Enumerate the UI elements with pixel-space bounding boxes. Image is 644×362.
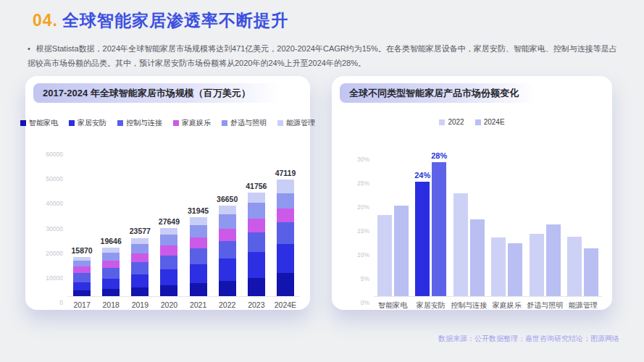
stacked-bar [73, 257, 91, 296]
intro-text: 根据Statista数据，2024年全球智能家居市场规模将达到471亿美元，20… [28, 44, 617, 67]
bar-total-label: 15870 [71, 246, 92, 255]
stacked-bar [160, 228, 177, 296]
bar-segment-控制与连接 [131, 262, 149, 274]
legend-label: 家居安防 [78, 118, 106, 128]
market-size-card: 2017-2024 年全球智能家居市场规模（百万美元） 智能家电家居安防控制与连… [25, 76, 310, 310]
bar-segment-舒适与照明 [160, 235, 177, 245]
bar-segment-能源管理 [102, 248, 120, 253]
legend-label: 家庭娱乐 [182, 118, 211, 128]
bar-2022-家庭娱乐 [491, 237, 506, 296]
bar-2024E-舒适与照明 [546, 224, 561, 296]
bar-segment-能源管理 [190, 217, 207, 225]
slide: { "header": { "number": "04.", "title": … [0, 0, 644, 362]
x-axis-label: 2021 [190, 300, 206, 309]
bar-segment-舒适与照明 [277, 193, 294, 209]
bar-column: 158702017 [73, 257, 91, 296]
legend-item-智能家电: 智能家电 [20, 118, 58, 128]
bar-segment-家居安防 [219, 258, 236, 281]
bar-segment-控制与连接 [190, 248, 207, 264]
x-axis-label: 智能家电 [378, 300, 407, 311]
legend-swatch [20, 120, 26, 126]
x-axis-label: 控制与连接 [451, 300, 487, 311]
bar-segment-家庭娱乐 [277, 209, 294, 222]
x-axis-label: 舒适与照明 [527, 300, 563, 311]
y-tick-label: 60000 [31, 151, 63, 158]
bar-2024E-家庭娱乐 [508, 243, 522, 296]
legend-item-2022: 2022 [439, 118, 464, 126]
bar-segment-能源管理 [248, 193, 265, 202]
bar-segment-家庭娱乐 [248, 219, 265, 232]
bar-2022-能源管理 [567, 237, 582, 297]
market-size-plot: 1587020171964620182357720192764920203194… [67, 148, 300, 297]
legend-label: 智能家电 [29, 118, 58, 128]
x-axis-label: 2019 [132, 300, 149, 309]
bar-total-label: 31945 [188, 206, 209, 215]
bar-segment-舒适与照明 [73, 261, 91, 267]
bar-segment-智能家电 [248, 278, 265, 296]
legend-label: 舒适与照明 [230, 118, 267, 128]
y-tick-label: 10% [338, 251, 369, 258]
bar-2022-舒适与照明 [530, 234, 544, 296]
x-axis-label: 2020 [161, 300, 177, 309]
stacked-bar [277, 180, 294, 296]
bar-segment-控制与连接 [277, 222, 294, 244]
bar-total-label: 27649 [159, 217, 180, 226]
bar-segment-舒适与照明 [219, 214, 236, 229]
bar-segment-智能家电 [73, 290, 91, 296]
bar-segment-家居安防 [102, 279, 120, 290]
market-size-legend: 智能家电家居安防控制与连接家庭娱乐舒适与照明能源管理 [25, 118, 310, 128]
y-tick-label: 30% [338, 156, 369, 163]
legend-item-家居安防: 家居安防 [69, 118, 106, 128]
data-source-note: 数据来源：公开数据整理；嘉世咨询研究结论；图源网络 [438, 334, 619, 344]
bar-group-家庭娱乐: 家庭娱乐 [491, 237, 522, 296]
bar-segment-控制与连接 [248, 232, 265, 252]
bar-segment-能源管理 [277, 180, 294, 193]
y-tick-label: 15% [338, 227, 369, 235]
share-change-chart-title: 全球不同类型智能家居产品市场份额变化 [340, 83, 534, 103]
bar-value-label: 28% [431, 151, 447, 160]
market-size-chart-title: 2017-2024 年全球智能家居市场规模（百万美元） [33, 83, 280, 103]
legend-swatch [173, 120, 179, 126]
legend-label: 控制与连接 [126, 118, 162, 128]
bar-segment-家居安防 [277, 244, 294, 273]
share-change-y-axis: 0%5%10%15%20%25%30% [340, 138, 372, 303]
bar-segment-控制与连接 [160, 256, 177, 269]
bar-2024E-智能家电 [394, 206, 409, 296]
legend-item-控制与连接: 控制与连接 [117, 118, 162, 128]
share-change-card: 全球不同类型智能家居产品市场份额变化 20222024E 0%5%10%15%2… [332, 76, 612, 310]
bar-total-label: 23577 [130, 227, 151, 235]
bullet-mark: • [28, 44, 30, 53]
x-axis-label: 2018 [103, 300, 120, 309]
bar-group-舒适与照明: 舒适与照明 [530, 224, 561, 296]
bar-segment-智能家电 [131, 287, 149, 296]
bar-segment-家居安防 [190, 264, 207, 284]
legend-swatch [117, 120, 123, 126]
stacked-bar [248, 193, 265, 296]
market-size-y-axis: 0100002000030000400005000060000 [34, 138, 66, 303]
bar-segment-家居安防 [73, 282, 91, 290]
stacked-bar [131, 238, 149, 297]
page-title-number: 04. [33, 11, 58, 30]
x-axis-label: 2017 [73, 300, 90, 309]
bar-column: 196462018 [102, 248, 120, 296]
legend-label: 能源管理 [286, 118, 315, 128]
bar-column: 417562023 [248, 193, 265, 296]
legend-item-家庭娱乐: 家庭娱乐 [173, 118, 211, 128]
bar-segment-控制与连接 [73, 273, 91, 282]
bar-column: 276492020 [160, 228, 177, 296]
bar-segment-能源管理 [160, 228, 177, 235]
bar-value-label: 24% [414, 171, 430, 180]
intro-paragraph: •根据Statista数据，2024年全球智能家居市场规模将达到471亿美元，2… [28, 41, 620, 71]
x-axis-label: 2024E [275, 300, 296, 309]
bar-segment-智能家电 [277, 273, 294, 296]
legend-swatch [475, 119, 481, 125]
bar-segment-家庭娱乐 [160, 245, 177, 255]
bar-column: 471192024E [277, 180, 294, 296]
legend-swatch [439, 119, 445, 125]
bar-column: 366502022 [219, 206, 236, 296]
y-tick-label: 0% [338, 299, 369, 306]
legend-item-能源管理: 能源管理 [277, 118, 315, 128]
bar-segment-智能家电 [219, 281, 236, 296]
share-change-plot: 智能家电24%28%家居安防控制与连接家庭娱乐舒适与照明能源管理 [374, 153, 602, 297]
y-tick-label: 30000 [31, 225, 63, 232]
